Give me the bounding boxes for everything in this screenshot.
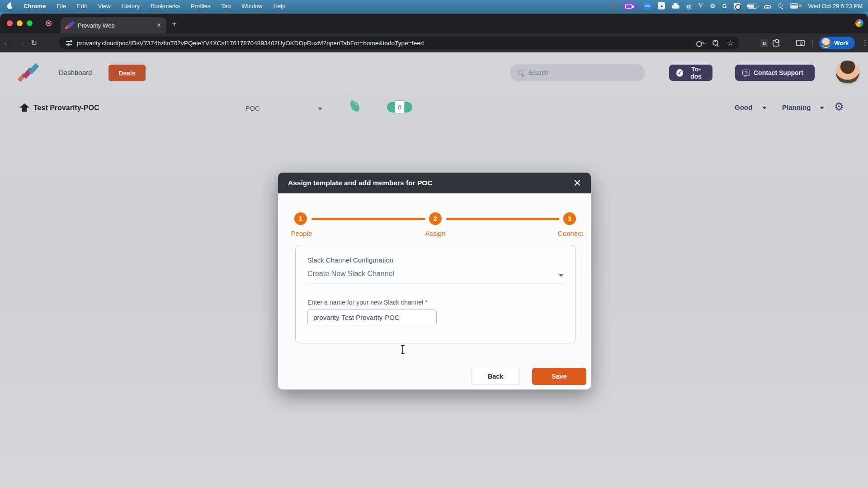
page-content: Dashboard Deals ✓ To-dos ? Contact Suppo… <box>0 52 868 488</box>
menubar-clock[interactable]: Wed Oct 29 6:23 PM <box>808 3 863 9</box>
menu-help[interactable]: Help <box>274 3 286 9</box>
tab-title: Provarity Web <box>78 22 157 29</box>
home-icon[interactable] <box>20 103 29 112</box>
nav-deals-button[interactable]: Deals <box>108 65 146 81</box>
profile-avatar <box>821 38 831 48</box>
tab-strip-extra-icon[interactable] <box>855 19 863 27</box>
warp-app-icon[interactable]: ▲ <box>658 2 665 9</box>
todos-button[interactable]: ✓ To-dos <box>669 65 712 81</box>
menu-view[interactable]: View <box>98 3 110 9</box>
provarity-logo[interactable] <box>19 63 38 81</box>
wifi-icon[interactable] <box>764 3 771 9</box>
v-app-icon[interactable]: V <box>698 2 703 9</box>
chat-question-icon: ? <box>742 70 750 76</box>
menu-chrome[interactable]: Chrome <box>24 3 46 9</box>
desktop: Chrome File Edit View History Bookmarks … <box>0 0 868 488</box>
bookmark-star-icon[interactable]: ☆ <box>727 39 734 47</box>
check-circle-icon: ✓ <box>676 69 683 77</box>
browser-tab[interactable]: Provarity Web × <box>61 17 166 33</box>
provarity-favicon <box>66 22 73 29</box>
modal-header: Assign template and add members for POC … <box>278 173 591 193</box>
save-button[interactable]: Save <box>532 368 586 385</box>
status-dropdown[interactable]: Planning <box>782 103 824 111</box>
chevron-down-icon <box>318 108 322 110</box>
logitech-icon[interactable]: G <box>722 3 726 9</box>
channel-name-label: Enter a name for your new Slack channel … <box>307 299 427 306</box>
grammarly-icon[interactable]: g <box>686 3 691 9</box>
extensions-puzzle-icon[interactable] <box>773 40 779 47</box>
menu-window[interactable]: Window <box>241 3 262 9</box>
search-input[interactable] <box>528 69 632 76</box>
step-1-circle[interactable]: 1 <box>294 212 307 225</box>
toolbar-divider <box>812 38 813 47</box>
site-info-icon[interactable] <box>66 41 72 45</box>
deal-header: Test Provarity-POC POC 0 Good Planning ⚙ <box>0 94 868 124</box>
extension-u-icon[interactable]: u <box>760 39 768 47</box>
search-icon <box>518 70 524 76</box>
back-button[interactable]: Back <box>471 368 520 385</box>
spotlight-icon[interactable] <box>778 3 783 9</box>
chevron-down-icon <box>762 107 767 109</box>
step-3-circle[interactable]: 3 <box>563 212 576 225</box>
menu-tab[interactable]: Tab <box>221 3 231 9</box>
battery-icon <box>747 4 757 9</box>
deal-settings-gear-icon[interactable]: ⚙ <box>834 100 844 113</box>
channel-name-input[interactable] <box>307 310 437 325</box>
menu-bookmarks[interactable]: Bookmarks <box>151 3 180 9</box>
reload-button[interactable]: ↻ <box>27 38 41 48</box>
stage-dropdown[interactable]: POC <box>245 105 322 112</box>
mouse-ibeam-cursor <box>401 345 405 355</box>
settings-menubar-icon[interactable]: ⚙ <box>710 2 716 9</box>
chevron-down-icon <box>559 274 563 277</box>
step-2-circle[interactable]: 2 <box>429 212 442 225</box>
window-minimize-button[interactable] <box>17 20 23 26</box>
browser-profile-button[interactable]: Work <box>819 37 855 49</box>
microphone-status-icon[interactable] <box>613 4 615 8</box>
counter-badge: 0 <box>395 100 405 114</box>
tab-close-icon[interactable]: × <box>157 22 161 29</box>
password-manager-icon[interactable] <box>696 41 704 45</box>
status-dot <box>799 5 802 7</box>
forward-button[interactable]: → <box>14 38 27 47</box>
address-bar[interactable]: provarity.cloud/poc/IDsV7374bzlioT02vPQe… <box>59 37 739 49</box>
contact-support-button[interactable]: ? Contact Support <box>735 65 815 81</box>
step-2-label: Assign <box>425 230 445 237</box>
window-zoom-button[interactable] <box>27 20 33 26</box>
counter-toggle[interactable]: 0 <box>387 102 412 113</box>
step-1-label: People <box>291 230 312 237</box>
close-icon[interactable]: × <box>571 175 584 191</box>
browser-window: Provarity Web × + ← → ↻ provarity.cloud/… <box>0 14 868 488</box>
chevron-down-icon <box>820 107 824 109</box>
slack-channel-select[interactable]: Create New Slack Channel <box>307 270 564 283</box>
screen-record-status-icon[interactable] <box>734 3 741 9</box>
control-center-icon[interactable] <box>790 3 802 9</box>
screen-share-status-icon[interactable] <box>622 2 637 10</box>
health-dropdown[interactable]: Good <box>735 103 767 111</box>
menu-profiles[interactable]: Profiles <box>191 3 210 9</box>
search-bar[interactable] <box>510 64 645 81</box>
page-zoom-icon[interactable]: + <box>712 40 719 46</box>
step-connector <box>311 218 425 220</box>
section-title: Slack Channel Configuration <box>307 256 393 264</box>
app-header: Dashboard Deals ✓ To-dos ? Contact Suppo… <box>0 52 868 94</box>
leaf-icon[interactable] <box>349 100 361 112</box>
nav-dashboard[interactable]: Dashboard <box>59 69 92 76</box>
browser-menu-icon[interactable]: ⋮ <box>862 39 868 47</box>
zoom-app-icon[interactable]: zm <box>643 2 651 10</box>
back-button[interactable]: ← <box>0 38 14 47</box>
menu-file[interactable]: File <box>57 3 66 9</box>
toolbar-divider <box>787 38 787 47</box>
url-text[interactable]: provarity.cloud/poc/IDsV7374bzlioT02vPQe… <box>77 40 424 47</box>
cloud-sync-icon[interactable] <box>672 5 679 9</box>
window-close-button[interactable] <box>7 20 13 26</box>
screen-search-icon[interactable] <box>796 40 805 46</box>
modal-title: Assign template and add members for POC <box>288 179 433 187</box>
new-tab-button[interactable]: + <box>172 19 177 29</box>
user-avatar[interactable] <box>836 61 859 84</box>
menu-edit[interactable]: Edit <box>77 3 87 9</box>
apple-menu-icon[interactable] <box>7 3 13 9</box>
macos-menubar: Chrome File Edit View History Bookmarks … <box>0 0 868 12</box>
assign-template-modal: Assign template and add members for POC … <box>278 173 591 389</box>
step-connector <box>446 218 559 220</box>
menu-history[interactable]: History <box>121 3 139 9</box>
